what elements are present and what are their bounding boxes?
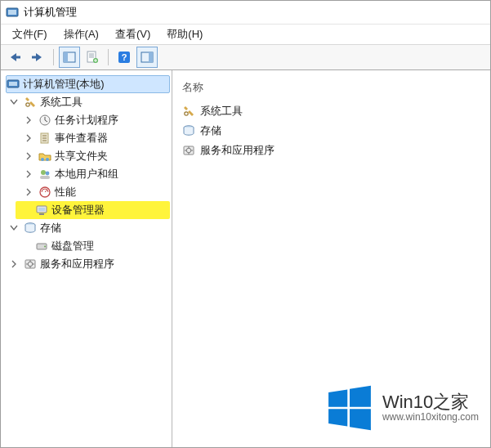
tools-icon [24,96,37,109]
menu-help[interactable]: 帮助(H) [158,25,211,43]
disk-icon [35,240,48,253]
show-hide-action-pane-button[interactable] [136,47,158,68]
svg-point-18 [46,158,49,161]
tree-label: 任务计划程序 [55,113,118,128]
storage-icon [182,124,195,137]
window-title: 计算机管理 [24,5,77,20]
titlebar: 计算机管理 [1,1,490,25]
tools-icon [182,105,195,118]
svg-rect-11 [149,52,153,62]
list-item-storage[interactable]: 存储 [181,121,482,141]
expander-closed-icon[interactable] [24,133,33,143]
menu-action[interactable]: 操作(A) [56,25,107,43]
svg-rect-25 [39,213,44,215]
expander-closed-icon[interactable] [9,259,19,269]
svg-rect-2 [16,56,20,59]
expander-closed-icon[interactable] [24,115,33,125]
menu-file[interactable]: 文件(F) [4,25,56,43]
svg-marker-36 [350,386,371,407]
device-manager-icon [35,204,48,217]
menu-view[interactable]: 查看(V) [107,25,158,43]
tree-label: 磁盘管理 [51,239,94,253]
tree-label: 设备管理器 [51,203,105,217]
svg-point-17 [41,158,44,161]
expander-closed-icon[interactable] [24,169,33,179]
tree-node-root[interactable]: 计算机管理(本地) [6,75,170,93]
tree-label: 计算机管理(本地) [23,77,105,92]
shared-folder-icon [38,150,51,163]
svg-rect-13 [9,82,17,86]
tree-node-storage[interactable]: 存储 [9,219,170,237]
tree-pane: 计算机管理(本地) 系统工具 [1,70,172,448]
services-icon [182,144,195,157]
tree-label: 存储 [40,221,61,235]
users-icon [38,168,51,181]
computer-management-icon [7,78,20,91]
tree-node-device-manager[interactable]: 设备管理器 [16,201,170,219]
storage-icon [24,222,37,235]
svg-rect-21 [40,176,50,179]
expander-closed-icon[interactable] [24,151,33,161]
list-item-label: 服务和应用程序 [200,143,275,158]
tree-label: 事件查看器 [55,131,108,146]
tree-node-services-apps[interactable]: 服务和应用程序 [9,255,170,273]
performance-icon [38,186,51,199]
watermark-text: Win10之家 www.win10xitong.com [382,393,479,423]
window: 计算机管理 文件(F) 操作(A) 查看(V) 帮助(H) ? [0,0,491,448]
nav-back-button[interactable] [4,47,25,68]
toolbar: ? [1,45,490,70]
properties-button[interactable] [82,47,103,68]
tree-label: 服务和应用程序 [40,257,114,271]
toolbar-divider [108,49,109,65]
event-log-icon [38,132,51,145]
svg-point-20 [46,172,50,176]
watermark-line2: www.win10xitong.com [382,411,479,423]
svg-rect-5 [64,52,68,62]
svg-rect-3 [32,56,37,59]
tree-node-disk-management[interactable]: 磁盘管理 [35,237,170,255]
app-icon [6,6,19,19]
svg-rect-1 [8,10,16,15]
svg-point-14 [26,103,29,106]
list-item-services-apps[interactable]: 服务和应用程序 [181,141,482,160]
svg-point-28 [44,246,46,248]
expander-open-icon[interactable] [9,223,19,233]
tree-node-event-viewer[interactable]: 事件查看器 [24,129,170,147]
tree-label: 共享文件夹 [55,149,108,164]
svg-point-31 [185,112,188,115]
svg-rect-24 [38,208,45,211]
menubar: 文件(F) 操作(A) 查看(V) 帮助(H) [1,25,490,45]
tree-node-task-scheduler[interactable]: 任务计划程序 [24,111,170,129]
tree-node-local-users-groups[interactable]: 本地用户和组 [24,165,170,183]
windows-logo-icon [325,383,374,432]
list-item-label: 系统工具 [200,104,243,119]
expander-open-icon[interactable] [9,97,19,107]
list-item-label: 存储 [200,123,221,138]
nav-forward-button[interactable] [27,47,48,68]
svg-point-19 [41,170,46,175]
tree-label: 性能 [55,185,76,199]
tree-label: 系统工具 [40,95,83,110]
tree-node-performance[interactable]: 性能 [24,183,170,201]
help-button[interactable]: ? [114,47,135,68]
svg-marker-37 [328,409,347,426]
watermark-line1: Win10之家 [382,393,479,411]
svg-marker-38 [350,409,371,430]
toolbar-divider [53,49,54,65]
column-header-name[interactable]: 名称 [181,77,482,101]
clock-icon [38,114,51,127]
watermark: Win10之家 www.win10xitong.com [325,383,479,432]
list-item-system-tools[interactable]: 系统工具 [181,101,482,121]
expander-closed-icon[interactable] [24,187,33,197]
show-hide-tree-button[interactable] [59,47,80,68]
services-icon [24,258,37,271]
tree-label: 本地用户和组 [55,167,118,181]
tree-node-system-tools[interactable]: 系统工具 [9,93,170,111]
tree-node-shared-folders[interactable]: 共享文件夹 [24,147,170,165]
svg-marker-35 [328,390,347,407]
svg-text:?: ? [122,52,127,62]
